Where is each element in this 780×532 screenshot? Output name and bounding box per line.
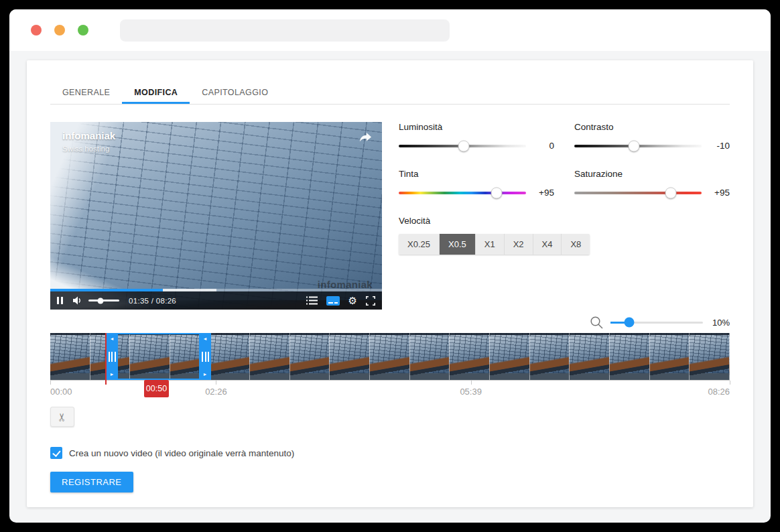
timeline-thumbnail[interactable] <box>530 333 570 380</box>
contrast-value: -10 <box>707 141 730 151</box>
timeline-thumbnail[interactable] <box>250 333 290 380</box>
video-player[interactable]: infomaniak Swiss hosting infomaniak <box>50 122 382 310</box>
hue-label: Tinta <box>399 169 554 179</box>
tab-generale[interactable]: GENERALE <box>50 84 122 104</box>
speed-x2-button[interactable]: X2 <box>505 234 533 255</box>
browser-window: GENERALE MODIFICA CAPITOLAGGIO infomania… <box>9 9 771 523</box>
tab-modifica[interactable]: MODIFICA <box>122 84 190 104</box>
tab-divider <box>50 104 730 105</box>
create-new-video-row[interactable]: Crea un nuovo video (il video originale … <box>50 447 730 459</box>
playlist-icon[interactable] <box>306 296 318 305</box>
timeline-selection[interactable]: ◄ ► ◄ ► <box>106 333 211 380</box>
tab-capitolaggio[interactable]: CAPITOLAGGIO <box>190 84 280 104</box>
timeline-thumbnail[interactable] <box>570 333 610 380</box>
handle-grip-icon <box>202 352 209 362</box>
volume-knob[interactable] <box>98 297 104 304</box>
brightness-knob[interactable] <box>458 140 469 151</box>
hue-value: +95 <box>531 188 554 198</box>
time-label-mid2: 05:39 <box>460 387 482 397</box>
speed-x05-button[interactable]: X0.5 <box>440 234 476 255</box>
video-overlay-title: infomaniak <box>62 130 115 141</box>
handle-arrow-left-icon: ◄ <box>110 336 115 341</box>
timeline-thumbnail[interactable] <box>690 333 730 380</box>
ruler-tick <box>216 381 216 385</box>
timeline-thumbnail[interactable] <box>490 333 530 380</box>
zoom-value: 10% <box>710 318 730 328</box>
selection-start-handle[interactable]: ◄ ► <box>106 333 118 380</box>
brightness-value: 0 <box>531 141 554 151</box>
playhead-time-badge: 00:50 <box>144 380 169 397</box>
saturation-knob[interactable] <box>665 187 677 198</box>
contrast-label: Contrasto <box>574 122 730 132</box>
speed-x4-button[interactable]: X4 <box>533 234 562 255</box>
contrast-slider[interactable] <box>574 145 702 147</box>
fullscreen-icon[interactable] <box>366 296 375 306</box>
create-new-video-checkbox[interactable] <box>50 447 62 459</box>
cut-button[interactable]: ✂ <box>50 407 74 427</box>
speed-x1-button[interactable]: X1 <box>476 234 505 255</box>
window-close-button[interactable] <box>31 25 42 36</box>
desktop-background: GENERALE MODIFICA CAPITOLAGGIO infomania… <box>0 0 780 532</box>
player-time-display: 01:35 / 08:26 <box>129 297 176 305</box>
speed-x8-button[interactable]: X8 <box>562 234 590 255</box>
subtitles-icon[interactable] <box>326 296 340 306</box>
magnifier-icon <box>590 316 604 330</box>
scissors-icon: ✂ <box>56 412 69 421</box>
timeline-thumbnail[interactable] <box>450 333 490 380</box>
window-minimize-button[interactable] <box>54 25 65 36</box>
timeline-thumbnail[interactable] <box>650 333 690 380</box>
video-editor-card: GENERALE MODIFICA CAPITOLAGGIO infomania… <box>27 60 753 507</box>
ruler-tick <box>730 381 730 385</box>
saturation-slider[interactable] <box>574 192 702 194</box>
timeline-playhead[interactable] <box>105 333 107 385</box>
handle-grip-icon <box>109 352 116 362</box>
saturation-label: Saturazione <box>574 169 730 179</box>
share-icon[interactable] <box>358 130 373 146</box>
timeline-thumbnail[interactable] <box>330 333 370 380</box>
speed-button-group: X0.25 X0.5 X1 X2 X4 X8 <box>399 234 590 255</box>
browser-titlebar <box>9 9 771 51</box>
ruler-tick <box>471 381 472 385</box>
timeline-zoom-slider[interactable] <box>610 322 703 324</box>
timeline-thumbnail[interactable] <box>410 333 450 380</box>
time-label-start: 00:00 <box>50 387 72 397</box>
saturation-value: +95 <box>707 188 730 198</box>
brightness-label: Luminosità <box>399 122 554 132</box>
handle-arrow-left-icon: ◄ <box>203 336 208 341</box>
zoom-slider-knob[interactable] <box>624 318 634 328</box>
timeline-thumbnail[interactable] <box>50 333 90 380</box>
speed-x025-button[interactable]: X0.25 <box>399 234 440 255</box>
video-overlay-subtitle: Swiss hosting <box>62 145 109 153</box>
tab-bar: GENERALE MODIFICA CAPITOLAGGIO <box>50 84 730 104</box>
address-bar[interactable] <box>120 19 450 42</box>
window-maximize-button[interactable] <box>78 25 88 36</box>
hue-slider[interactable] <box>399 192 526 194</box>
time-label-end: 08:26 <box>708 387 730 397</box>
timeline-thumbnail[interactable] <box>610 333 650 380</box>
handle-arrow-right-icon: ► <box>203 372 208 377</box>
timeline-zoom-row: 10% <box>50 314 730 331</box>
timeline-labels-row: 00:00 00:50 02:26 05:39 08:26 <box>50 387 730 401</box>
timeline-thumbnail[interactable] <box>290 333 330 380</box>
speed-label: Velocità <box>399 216 730 226</box>
contrast-knob[interactable] <box>629 140 640 151</box>
hue-knob[interactable] <box>491 187 503 198</box>
settings-gear-icon[interactable]: ⚙ <box>348 296 357 306</box>
pause-icon[interactable] <box>57 297 63 304</box>
timeline-thumbnail[interactable] <box>370 333 410 380</box>
time-label-mid1: 02:26 <box>205 387 227 397</box>
handle-arrow-right-icon: ► <box>110 372 115 377</box>
timeline[interactable]: ◄ ► ◄ ► <box>50 333 730 380</box>
register-button[interactable]: REGISTRARE <box>50 472 133 492</box>
timeline-thumbnail[interactable] <box>210 333 251 380</box>
create-new-video-label: Crea un nuovo video (il video originale … <box>69 448 294 458</box>
ruler-tick <box>50 381 51 385</box>
volume-slider[interactable] <box>88 300 119 302</box>
selection-end-handle[interactable]: ◄ ► <box>199 333 211 380</box>
player-controls-bar: 01:35 / 08:26 <box>50 291 382 310</box>
brightness-slider[interactable] <box>399 145 526 147</box>
volume-icon[interactable] <box>72 295 83 306</box>
